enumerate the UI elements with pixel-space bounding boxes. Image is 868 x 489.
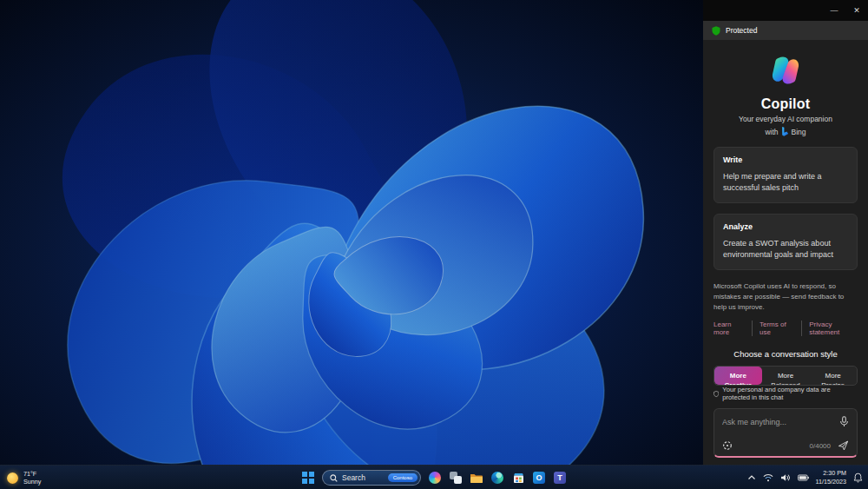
suggestion-card-write[interactable]: Write Help me prepare and write a succes… bbox=[713, 147, 858, 203]
taskbar-icon-microsoft-store[interactable] bbox=[511, 471, 525, 485]
terms-of-use-link[interactable]: Terms of use bbox=[752, 320, 794, 336]
chat-input[interactable] bbox=[722, 418, 834, 426]
weather-temperature: 71°F bbox=[23, 470, 41, 478]
search-icon bbox=[330, 474, 338, 482]
privacy-statement-link[interactable]: Privacy statement bbox=[801, 320, 858, 336]
taskbar-icon-task-view[interactable] bbox=[449, 471, 463, 485]
card-body: Create a SWOT analysis about environment… bbox=[723, 238, 848, 261]
system-tray: 2:30 PM 11/15/2023 bbox=[747, 466, 863, 489]
taskbar-icon-file-explorer[interactable] bbox=[470, 471, 483, 485]
start-button[interactable] bbox=[301, 471, 315, 485]
card-title: Write bbox=[723, 155, 848, 164]
chat-composer: 0/4000 bbox=[713, 408, 858, 458]
weather-widget[interactable]: 71°F Sunny bbox=[7, 466, 41, 489]
style-option-line1: More bbox=[762, 371, 810, 380]
desktop-wallpaper bbox=[0, 0, 703, 465]
data-protection-text: Your personal and company data are prote… bbox=[722, 386, 858, 401]
hidden-icons-chevron[interactable] bbox=[747, 474, 756, 481]
taskbar-clock[interactable]: 2:30 PM 11/15/2023 bbox=[816, 469, 846, 486]
bing-icon bbox=[781, 127, 789, 136]
task-view-icon bbox=[450, 472, 462, 484]
edge-browser-icon bbox=[491, 472, 503, 484]
card-title: Analyze bbox=[723, 222, 848, 231]
style-option-balanced[interactable]: More Balanced bbox=[762, 367, 810, 385]
copilot-taskbar-icon bbox=[429, 472, 441, 484]
copilot-logo-icon bbox=[769, 54, 802, 87]
sunny-weather-icon bbox=[7, 472, 18, 484]
copilot-panel: — ✕ Protected bbox=[703, 0, 868, 465]
teams-icon: T bbox=[554, 472, 566, 484]
with-bing-row: with Bing bbox=[713, 127, 858, 136]
battery-icon[interactable] bbox=[798, 474, 809, 481]
folder-icon bbox=[470, 472, 483, 484]
search-highlight-badge: Contoso bbox=[388, 473, 418, 482]
data-protection-note: Your personal and company data are prote… bbox=[713, 386, 858, 401]
ai-disclaimer-text: Microsoft Copilot uses AI to respond, so… bbox=[713, 281, 858, 313]
bloom-wallpaper-graphic bbox=[0, 0, 703, 465]
style-option-precise[interactable]: More Precise bbox=[809, 367, 857, 385]
taskbar-icon-copilot[interactable] bbox=[428, 471, 442, 485]
taskbar-icon-teams[interactable]: T bbox=[553, 471, 567, 485]
windows-logo-icon bbox=[302, 472, 314, 484]
suggestion-card-analyze[interactable]: Analyze Create a SWOT analysis about env… bbox=[713, 214, 858, 270]
send-icon[interactable] bbox=[838, 440, 849, 451]
learn-more-link[interactable]: Learn more bbox=[713, 320, 745, 336]
weather-condition: Sunny bbox=[23, 478, 41, 486]
windows-desktop-screen: — ✕ Protected bbox=[0, 0, 868, 489]
protected-badge[interactable]: Protected bbox=[703, 21, 868, 40]
image-upload-icon[interactable] bbox=[722, 440, 733, 451]
taskbar-icon-outlook[interactable]: O bbox=[532, 471, 546, 485]
copilot-panel-body: Copilot Your everyday AI companion with … bbox=[703, 40, 868, 465]
style-option-creative[interactable]: More Creative bbox=[714, 367, 762, 385]
protected-label: Protected bbox=[726, 26, 757, 35]
shield-outline-icon bbox=[713, 390, 719, 398]
notification-bell-icon[interactable] bbox=[853, 472, 863, 483]
taskbar-search-box[interactable]: Search Contoso bbox=[322, 470, 421, 486]
taskbar-icon-edge[interactable] bbox=[490, 471, 504, 485]
microsoft-store-icon bbox=[512, 472, 525, 485]
taskbar-center: Search Contoso bbox=[301, 466, 567, 489]
bing-label: Bing bbox=[792, 128, 806, 136]
clock-time: 2:30 PM bbox=[816, 469, 846, 478]
character-counter: 0/4000 bbox=[810, 442, 831, 450]
panel-titlebar: — ✕ bbox=[703, 0, 868, 21]
conversation-style-selector: More Creative More Balanced More Precise bbox=[713, 366, 858, 386]
volume-icon[interactable] bbox=[780, 473, 791, 482]
copilot-title: Copilot bbox=[713, 96, 858, 112]
outlook-icon: O bbox=[533, 472, 545, 484]
with-label: with bbox=[765, 128, 778, 136]
clock-date: 11/15/2023 bbox=[816, 478, 846, 486]
legal-links-row: Learn more Terms of use Privacy statemen… bbox=[713, 320, 858, 336]
search-label: Search bbox=[342, 473, 365, 482]
style-option-line1: More bbox=[809, 371, 857, 380]
style-option-line1: More bbox=[714, 371, 762, 380]
taskbar: 71°F Sunny Search Contoso bbox=[0, 465, 868, 489]
wifi-icon[interactable] bbox=[763, 473, 773, 482]
conversation-style-label: Choose a conversation style bbox=[713, 349, 858, 359]
minimize-button[interactable]: — bbox=[823, 2, 845, 19]
shield-icon bbox=[712, 26, 720, 36]
copilot-brand: Copilot Your everyday AI companion with … bbox=[713, 54, 858, 136]
copilot-subtitle: Your everyday AI companion bbox=[713, 115, 858, 123]
microphone-icon[interactable] bbox=[839, 416, 849, 427]
card-body: Help me prepare and write a successful s… bbox=[723, 171, 848, 194]
close-button[interactable]: ✕ bbox=[845, 2, 868, 19]
